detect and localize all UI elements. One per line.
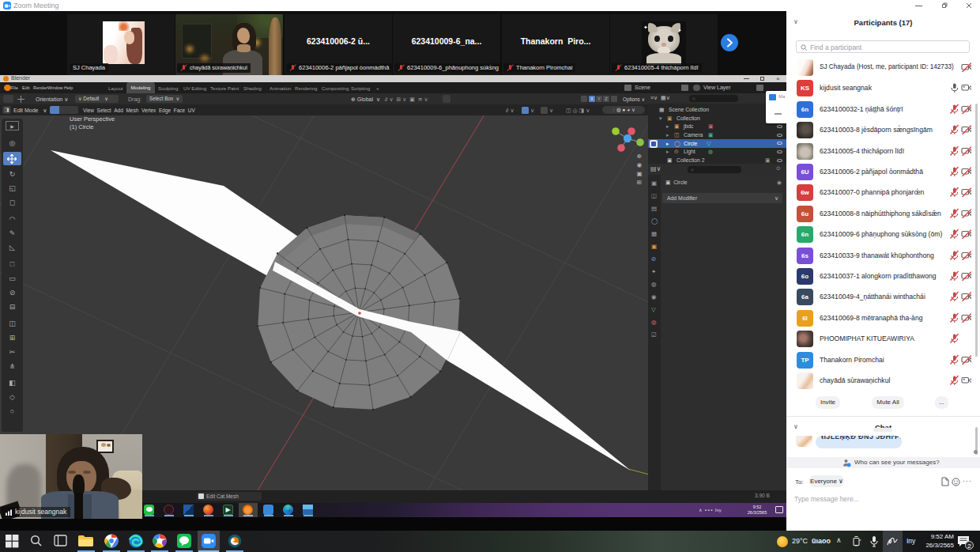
svg-text:▣: ▣: [636, 170, 642, 177]
svg-text:⊞: ⊞: [637, 179, 642, 186]
svg-text:◉: ◉: [637, 161, 643, 168]
svg-text:⊕: ⊕: [637, 153, 642, 160]
